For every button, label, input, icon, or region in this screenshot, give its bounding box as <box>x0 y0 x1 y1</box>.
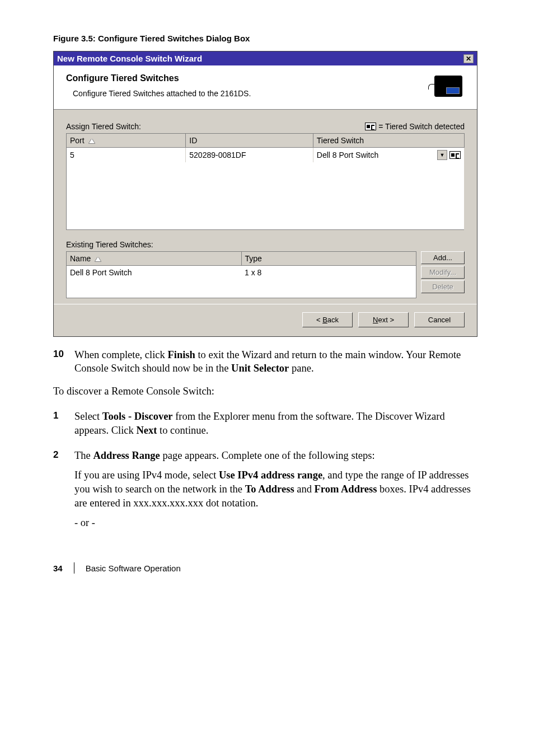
dialog-header: Configure Tiered Switches Configure Tier… <box>54 65 477 110</box>
close-button[interactable]: ✕ <box>463 54 474 63</box>
tiered-switch-icon <box>449 151 461 159</box>
dialog-body: Assign Tiered Switch: = Tiered Switch de… <box>54 110 477 304</box>
col-header-port[interactable]: Port <box>67 134 186 148</box>
step-number: 1 <box>53 410 74 438</box>
or-separator: - or - <box>74 517 95 528</box>
tiered-switch-icon <box>365 123 376 130</box>
cell-id: 520289-0081DF <box>186 148 313 163</box>
dialog-window: New Remote Console Switch Wizard ✕ Confi… <box>53 51 477 337</box>
next-button[interactable]: Next > <box>358 312 409 327</box>
step-number: 2 <box>53 449 74 530</box>
dialog-footer: < Back Next > Cancel <box>54 304 477 336</box>
document-body: 10 When complete, click Finish to exit t… <box>53 348 481 530</box>
assign-table-empty <box>67 162 465 229</box>
dialog-header-subtitle: Configure Tiered Switches attached to th… <box>66 89 434 98</box>
next-key: N <box>373 316 378 324</box>
legend-text: = Tiered Switch detected <box>378 122 465 131</box>
back-key: B <box>322 316 327 324</box>
titlebar: New Remote Console Switch Wizard ✕ <box>54 51 477 65</box>
footer-divider <box>74 562 74 574</box>
tiered-switch-value: Dell 8 Port Switch <box>317 151 435 159</box>
col-header-id[interactable]: ID <box>186 134 313 148</box>
back-rest: ack <box>327 316 339 324</box>
dropdown-button[interactable]: ▼ <box>437 150 447 160</box>
existing-label: Existing Tiered Switches: <box>66 240 465 249</box>
col-header-tiered[interactable]: Tiered Switch <box>313 134 464 148</box>
page-number: 34 <box>53 564 63 573</box>
back-prefix: < <box>316 316 322 324</box>
col-header-name[interactable]: Name <box>67 251 242 265</box>
figure-caption: Figure 3.5: Configure Tiered Switches Di… <box>53 34 481 43</box>
assign-label: Assign Tiered Switch: <box>66 122 141 131</box>
page-footer: 34 Basic Software Operation <box>53 562 481 574</box>
next-rest: ext > <box>378 316 394 324</box>
cell-port: 5 <box>67 148 186 163</box>
add-button[interactable]: Add... <box>421 251 465 264</box>
existing-table: Name Type Dell 8 Port Switch 1 x 8 <box>66 251 416 298</box>
delete-button[interactable]: Delete <box>421 280 465 293</box>
step-number: 10 <box>53 348 74 376</box>
step-2: 2 The Address Range page appears. Comple… <box>53 449 481 530</box>
cell-tiered[interactable]: Dell 8 Port Switch ▼ <box>313 148 464 163</box>
sort-asc-icon <box>89 139 95 143</box>
cell-name: Dell 8 Port Switch <box>67 265 242 298</box>
assign-row[interactable]: 5 520289-0081DF Dell 8 Port Switch ▼ <box>67 148 465 163</box>
cell-type: 1 x 8 <box>241 265 416 298</box>
chevron-down-icon: ▼ <box>440 152 445 158</box>
assign-table: Port ID Tiered Switch 5 520289-0081DF De… <box>66 133 465 230</box>
step-text: When complete, click Finish to exit the … <box>74 348 481 376</box>
step-text: The Address Range page appears. Complete… <box>74 449 481 530</box>
switch-device-icon <box>434 76 462 97</box>
legend: = Tiered Switch detected <box>365 122 465 131</box>
step-10: 10 When complete, click Finish to exit t… <box>53 348 481 376</box>
sort-asc-icon <box>95 257 101 261</box>
step-1: 1 Select Tools - Discover from the Explo… <box>53 410 481 438</box>
window-title: New Remote Console Switch Wizard <box>57 54 202 63</box>
existing-row[interactable]: Dell 8 Port Switch 1 x 8 <box>67 265 416 298</box>
back-button[interactable]: < Back <box>302 312 353 327</box>
close-icon: ✕ <box>466 55 471 63</box>
step-text: Select Tools - Discover from the Explore… <box>74 410 481 438</box>
col-header-port-label: Port <box>70 136 85 145</box>
discover-intro: To discover a Remote Console Switch: <box>53 384 481 398</box>
modify-button[interactable]: Modify... <box>421 266 465 279</box>
dialog-header-title: Configure Tiered Switches <box>66 73 434 83</box>
col-header-type[interactable]: Type <box>241 251 416 265</box>
col-header-name-label: Name <box>70 254 91 263</box>
section-title: Basic Software Operation <box>86 564 181 573</box>
cancel-button[interactable]: Cancel <box>414 312 465 327</box>
